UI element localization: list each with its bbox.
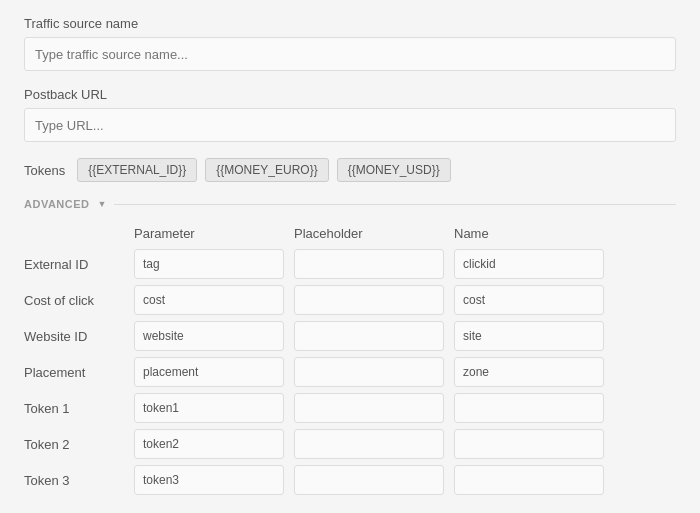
param-input-external-id[interactable] bbox=[134, 249, 284, 279]
table-row: Cost of click bbox=[24, 285, 676, 315]
table-row: Placement bbox=[24, 357, 676, 387]
row-label-placement: Placement bbox=[24, 365, 134, 380]
advanced-arrow-icon[interactable]: ▼ bbox=[98, 199, 107, 209]
traffic-source-name-section: Traffic source name bbox=[24, 16, 676, 71]
col-header-name: Name bbox=[454, 222, 614, 245]
advanced-header: ADVANCED ▼ bbox=[24, 198, 676, 210]
name-input-external-id[interactable] bbox=[454, 249, 604, 279]
col-header-placeholder: Placeholder bbox=[294, 222, 454, 245]
token-money-euro[interactable]: {{MONEY_EURO}} bbox=[205, 158, 328, 182]
token-external-id[interactable]: {{EXTERNAL_ID}} bbox=[77, 158, 197, 182]
row-label-token2: Token 2 bbox=[24, 437, 134, 452]
parameters-table: Parameter Placeholder Name External ID C… bbox=[24, 222, 676, 495]
param-input-placement[interactable] bbox=[134, 357, 284, 387]
advanced-section: ADVANCED ▼ Parameter Placeholder Name Ex… bbox=[24, 198, 676, 495]
param-input-token1[interactable] bbox=[134, 393, 284, 423]
row-label-external-id: External ID bbox=[24, 257, 134, 272]
name-input-placement[interactable] bbox=[454, 357, 604, 387]
placeholder-input-token3[interactable] bbox=[294, 465, 444, 495]
placeholder-input-website-id[interactable] bbox=[294, 321, 444, 351]
name-input-cost-of-click[interactable] bbox=[454, 285, 604, 315]
tokens-row: Tokens {{EXTERNAL_ID}} {{MONEY_EURO}} {{… bbox=[24, 158, 676, 182]
traffic-source-name-input[interactable] bbox=[24, 37, 676, 71]
table-row: External ID bbox=[24, 249, 676, 279]
placeholder-input-placement[interactable] bbox=[294, 357, 444, 387]
placeholder-input-cost-of-click[interactable] bbox=[294, 285, 444, 315]
name-input-token1[interactable] bbox=[454, 393, 604, 423]
token-money-usd[interactable]: {{MONEY_USD}} bbox=[337, 158, 451, 182]
traffic-source-name-label: Traffic source name bbox=[24, 16, 676, 31]
name-input-token2[interactable] bbox=[454, 429, 604, 459]
table-row: Token 3 bbox=[24, 465, 676, 495]
col-header-empty bbox=[24, 222, 134, 245]
name-input-website-id[interactable] bbox=[454, 321, 604, 351]
tokens-label: Tokens bbox=[24, 163, 65, 178]
col-header-parameter: Parameter bbox=[134, 222, 294, 245]
postback-url-input[interactable] bbox=[24, 108, 676, 142]
advanced-divider bbox=[114, 204, 676, 205]
placeholder-input-external-id[interactable] bbox=[294, 249, 444, 279]
placeholder-input-token2[interactable] bbox=[294, 429, 444, 459]
table-header-row: Parameter Placeholder Name bbox=[24, 222, 676, 245]
row-label-website-id: Website ID bbox=[24, 329, 134, 344]
table-row: Token 2 bbox=[24, 429, 676, 459]
name-input-token3[interactable] bbox=[454, 465, 604, 495]
row-label-token3: Token 3 bbox=[24, 473, 134, 488]
param-input-website-id[interactable] bbox=[134, 321, 284, 351]
postback-url-section: Postback URL bbox=[24, 87, 676, 142]
param-input-cost-of-click[interactable] bbox=[134, 285, 284, 315]
placeholder-input-token1[interactable] bbox=[294, 393, 444, 423]
table-row: Token 1 bbox=[24, 393, 676, 423]
table-row: Website ID bbox=[24, 321, 676, 351]
advanced-label[interactable]: ADVANCED bbox=[24, 198, 90, 210]
param-input-token2[interactable] bbox=[134, 429, 284, 459]
postback-url-label: Postback URL bbox=[24, 87, 676, 102]
row-label-token1: Token 1 bbox=[24, 401, 134, 416]
param-input-token3[interactable] bbox=[134, 465, 284, 495]
row-label-cost-of-click: Cost of click bbox=[24, 293, 134, 308]
